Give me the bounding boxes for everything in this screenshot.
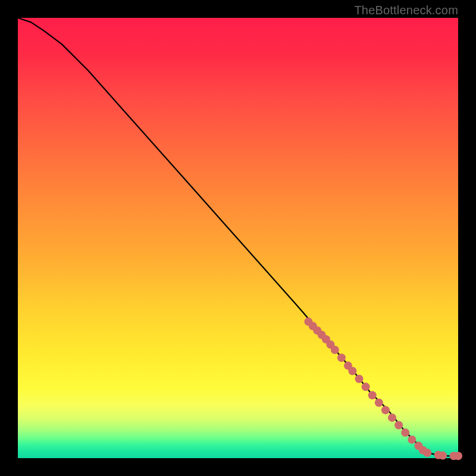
data-point <box>348 367 356 375</box>
data-point <box>375 399 383 407</box>
data-point <box>408 436 416 444</box>
data-point <box>355 375 364 383</box>
chart-curve <box>18 18 458 456</box>
data-point <box>454 452 462 460</box>
data-point <box>331 346 339 354</box>
data-point <box>388 414 396 422</box>
watermark-text: TheBottleneck.com <box>354 4 458 17</box>
chart-points <box>304 318 462 461</box>
data-point <box>368 391 377 399</box>
data-point <box>381 406 390 414</box>
outer-frame: TheBottleneck.com <box>0 0 476 476</box>
data-point <box>401 428 409 437</box>
data-point <box>337 353 346 362</box>
data-point <box>423 449 431 457</box>
data-point <box>439 452 447 460</box>
data-point <box>394 421 403 430</box>
data-point <box>362 383 370 391</box>
chart-overlay <box>18 18 458 458</box>
